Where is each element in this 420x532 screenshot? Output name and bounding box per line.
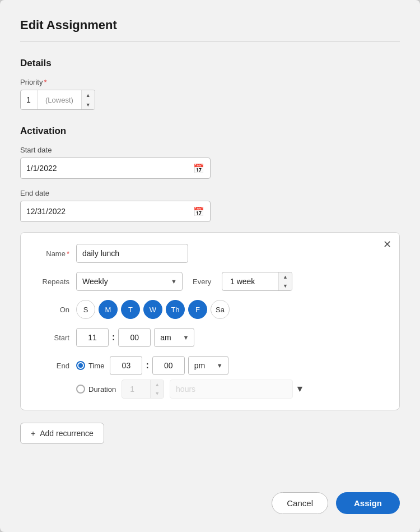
every-down-button[interactable]: ▼ [279, 281, 292, 290]
duration-label: Duration [88, 385, 116, 394]
end-label: End [33, 362, 69, 370]
add-recurrence-label: Add recurrence [40, 429, 94, 438]
end-options-row: Time : am pm ▼ [76, 356, 228, 375]
duration-options-row: Duration 1 ▲ ▼ hours minutes ▼ [76, 380, 304, 399]
hours-select-wrap: hours minutes ▼ [170, 380, 304, 399]
days-row: SMTWThFSa [76, 300, 230, 319]
start-ampm-wrap: am pm ▼ [154, 328, 194, 347]
every-spinner-btns: ▲ ▼ [278, 272, 292, 290]
end-min-input[interactable] [152, 356, 185, 375]
recurrence-card: ✕ Name* Repeats Weekly Daily Monthly ▼ E… [20, 232, 400, 410]
add-recurrence-button[interactable]: + Add recurrence [20, 423, 104, 444]
end-time-separator: : [146, 360, 148, 371]
on-label: On [33, 306, 69, 314]
hours-chevron-icon: ▼ [296, 384, 305, 394]
edit-assignment-modal: Edit Assignment Details Priority* 1 (Low… [0, 0, 420, 532]
start-date-input[interactable] [26, 164, 193, 173]
start-date-field: Start date 📅 [20, 146, 400, 179]
end-date-label: End date [20, 189, 400, 197]
start-row: Start : am pm ▼ [33, 328, 387, 347]
duration-value: 1 [122, 380, 150, 398]
priority-input-wrap: 1 (Lowest) ▲ ▼ [20, 90, 95, 110]
start-time-row: : am pm ▼ [76, 328, 194, 347]
priority-down-button[interactable]: ▼ [82, 100, 95, 109]
end-date-calendar-icon[interactable]: 📅 [193, 206, 204, 217]
start-ampm-select[interactable]: am pm [154, 328, 194, 347]
repeats-row: Repeats Weekly Daily Monthly ▼ Every 1 w… [33, 272, 387, 291]
every-value: 1 week [222, 272, 278, 290]
start-label: Start [33, 334, 69, 342]
close-recurrence-button[interactable]: ✕ [383, 239, 391, 249]
priority-up-button[interactable]: ▲ [82, 90, 95, 100]
repeats-label: Repeats [33, 277, 69, 286]
on-row: On SMTWThFSa [33, 300, 387, 319]
start-date-calendar-icon[interactable]: 📅 [193, 163, 204, 174]
end-time-row: : am pm ▼ [110, 356, 228, 375]
day-button-s[interactable]: S [76, 300, 95, 319]
end-ampm-select[interactable]: am pm [188, 356, 228, 375]
repeats-select[interactable]: Weekly Daily Monthly [76, 272, 183, 291]
duration-radio-option[interactable]: Duration [76, 385, 116, 394]
every-up-button[interactable]: ▲ [279, 272, 292, 281]
every-spinner: 1 week ▲ ▼ [222, 272, 292, 291]
hours-select[interactable]: hours minutes [170, 380, 293, 399]
day-button-w[interactable]: W [143, 300, 162, 319]
end-time-radio-button[interactable] [76, 361, 85, 370]
priority-value: 1 [21, 90, 38, 109]
name-input[interactable] [76, 244, 188, 263]
day-button-th[interactable]: Th [166, 300, 185, 319]
cancel-button[interactable]: Cancel [272, 492, 328, 514]
duration-up-button[interactable]: ▲ [151, 380, 164, 389]
start-min-input[interactable] [118, 328, 151, 347]
repeats-select-wrap: Weekly Daily Monthly ▼ [76, 272, 183, 291]
duration-spinner: 1 ▲ ▼ [122, 380, 164, 399]
duration-row: Duration 1 ▲ ▼ hours minutes ▼ [33, 380, 387, 399]
end-ampm-wrap: am pm ▼ [188, 356, 228, 375]
start-time-separator: : [112, 332, 115, 343]
name-row: Name* [33, 244, 387, 263]
start-hour-input[interactable] [76, 328, 109, 347]
activation-section-title: Activation [20, 126, 400, 137]
start-date-input-wrap: 📅 [20, 158, 211, 179]
every-label: Every [193, 277, 215, 286]
end-time-radio-option[interactable]: Time [76, 361, 104, 370]
duration-spinner-btns: ▲ ▼ [150, 380, 164, 398]
modal-title: Edit Assignment [20, 18, 400, 33]
end-date-field: End date 📅 [20, 189, 400, 222]
name-label: Name* [33, 249, 69, 258]
day-button-m[interactable]: M [99, 300, 118, 319]
end-hour-input[interactable] [110, 356, 142, 375]
priority-spinner: ▲ ▼ [81, 90, 95, 109]
title-divider [20, 41, 400, 42]
duration-down-button[interactable]: ▼ [151, 389, 164, 398]
plus-icon: + [31, 429, 35, 438]
end-date-input-wrap: 📅 [20, 201, 211, 222]
priority-row: 1 (Lowest) ▲ ▼ [20, 90, 400, 110]
duration-radio-button[interactable] [76, 385, 85, 394]
end-time-label: Time [88, 362, 104, 370]
priority-label: Priority* [20, 78, 400, 86]
end-date-input[interactable] [26, 207, 193, 216]
details-section-title: Details [20, 58, 400, 69]
start-date-label: Start date [20, 146, 400, 154]
assign-button[interactable]: Assign [336, 492, 400, 514]
day-button-t[interactable]: T [121, 300, 140, 319]
day-button-f[interactable]: F [188, 300, 207, 319]
end-row: End Time : am pm ▼ [33, 356, 387, 375]
priority-desc: (Lowest) [38, 90, 81, 109]
day-button-sa[interactable]: Sa [211, 300, 230, 319]
footer-actions: Cancel Assign [20, 487, 400, 514]
